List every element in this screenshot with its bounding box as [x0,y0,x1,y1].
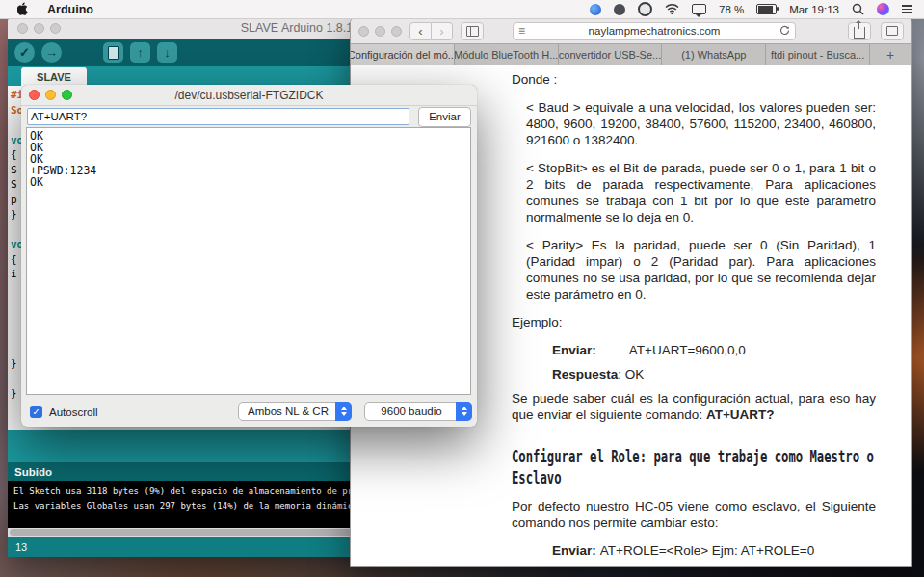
sketch-tab-slave[interactable]: SLAVE [21,67,87,86]
open-button[interactable]: ↑ [130,42,150,63]
share-button[interactable] [848,22,871,40]
apple-icon [17,2,30,16]
new-sketch-button[interactable] [103,42,123,63]
verify-button[interactable]: ✓ [14,42,35,63]
serial-output-area[interactable]: OKOKOK+PSWD:1234OK [26,127,471,395]
tab-overview-button[interactable] [881,22,904,40]
example-enviar-role: Enviar:AT+ROLE=<Role> Ejm: AT+ROLE=0 [552,542,876,559]
tab-ftdi-pinout[interactable]: ftdi pinout - Busca... [766,44,870,65]
minimize-icon[interactable] [375,26,385,37]
creative-cloud-icon[interactable] [638,2,652,16]
article-text: Donde : < Baud > equivale a una velocida… [512,71,876,566]
paragraph-donde: Donde : [512,71,876,88]
tab-convertidor-usb[interactable]: convertidor USB-Se... [559,44,663,65]
apple-menu[interactable] [17,2,30,16]
sidebar-icon [466,26,479,37]
safari-tabbar: Configuración del mó... Módulo BlueTooth… [351,43,911,66]
paragraph-role-default: Por defecto nuestro HC-05 viene como esc… [512,498,876,531]
wifi-icon[interactable] [665,4,679,14]
serial-window-title: /dev/cu.usbserial-FTGZIDCK [21,89,477,102]
save-button[interactable]: ↓ [157,42,177,63]
serial-bottom-bar: ✓ Autoscroll Ambos NL & CR 9600 baudio [21,397,477,427]
tab-modulo-bluetooth[interactable]: Módulo BlueTooth H... [455,44,559,65]
airplay-display-icon[interactable] [692,4,706,14]
example-respuesta-uart: Respuesta: OK [552,366,876,382]
document-icon [108,46,119,60]
paragraph-configuracion-actual: Se puede saber cuál es la configuración … [512,390,876,423]
baud-rate-select[interactable]: 9600 baudio [364,402,472,421]
example-enviar-uart: Enviar:AT+UART=9600,0,0 [552,342,876,358]
back-button[interactable]: ‹ [409,22,432,40]
notification-center-icon[interactable] [902,5,912,13]
send-button[interactable]: Enviar [418,107,471,127]
zoom-icon[interactable] [391,26,402,37]
autoscroll-label: Autoscroll [49,407,98,418]
stepper-icon [456,402,472,421]
new-tab-button[interactable]: + [870,44,911,65]
tab-configuracion-modulo[interactable]: Configuración del mó... [351,44,455,65]
bullet-parity: < Parity> Es la paridad, puede ser 0 (Si… [526,237,876,302]
url-text: naylampmechatronics.com [514,25,795,37]
stepper-icon [335,402,352,421]
active-app-menu[interactable]: Arduino [47,3,93,16]
close-icon[interactable] [358,26,369,37]
address-bar[interactable]: ≡ naylampmechatronics.com [513,22,796,40]
tab-whatsapp[interactable]: (1) WhatsApp [662,44,766,65]
spotlight-search-icon[interactable] [852,3,864,15]
safari-toolbar: ‹ › ≡ naylampmechatronics.com [351,18,911,43]
share-icon [854,27,865,39]
reader-icon[interactable]: ≡ [518,24,525,38]
reload-icon[interactable] [779,25,790,38]
section-heading-role: Configurar el Role: para que trabaje com… [512,446,876,488]
clock-label[interactable]: Mar 19:13 [789,4,839,15]
serial-monitor-window[interactable]: /dev/cu.usbserial-FTGZIDCK Enviar OKOKOK… [21,85,477,427]
safari-traffic-lights[interactable] [358,26,402,37]
menu-extra-app-icon[interactable] [614,4,625,15]
battery-icon[interactable] [756,4,777,14]
autoscroll-checkbox[interactable]: ✓ [30,406,42,418]
bullet-baud: < Baud > equivale a una velocidad, los v… [526,99,876,148]
bullet-stopbit: < StopBit> es el Bit de parada, puede se… [526,160,876,225]
serial-command-input[interactable] [27,108,409,125]
serial-titlebar[interactable]: /dev/cu.usbserial-FTGZIDCK [21,85,477,106]
siri-icon[interactable] [877,3,889,15]
sidebar-button[interactable] [461,22,484,40]
line-ending-select[interactable]: Ambos NL & CR [238,402,352,421]
upload-button[interactable]: → [41,42,62,63]
forward-button[interactable]: › [432,22,453,40]
paragraph-ejemplo: Ejemplo: [512,314,876,330]
menu-extra-app-icon[interactable] [590,4,601,15]
battery-percent-label: 78 % [719,4,744,15]
tabs-icon [886,26,898,36]
menu-bar: Arduino 78 % Mar 19:13 [0,0,924,19]
